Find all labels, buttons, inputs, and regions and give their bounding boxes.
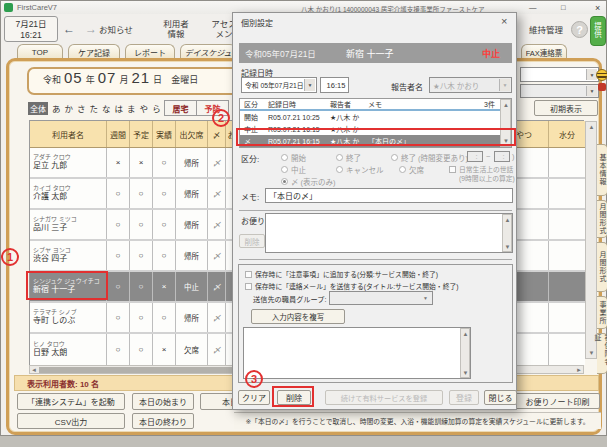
side-tab-insurance-card[interactable]: 被保険者証 xyxy=(597,333,607,374)
tab-care-record[interactable]: ケア記録 xyxy=(68,44,120,59)
initial-display-button[interactable]: 初期表示 xyxy=(534,100,598,116)
radio-icon[interactable] xyxy=(281,166,288,173)
current-datetime: 7月21日 16:21 xyxy=(4,16,58,42)
kana-na[interactable]: な xyxy=(102,102,112,114)
scroll-left-icon[interactable]: ◄ xyxy=(30,366,38,373)
reporter-dropdown: ★八木 かおり ▼ xyxy=(429,77,512,93)
reporter-label: 報告者名 xyxy=(391,81,423,92)
minimize-icon[interactable]: — xyxy=(529,3,537,12)
checkbox-daily-care-note: (9時間以上の算定) xyxy=(459,173,515,183)
tab-report[interactable]: レポート xyxy=(125,44,175,59)
tab-fax[interactable]: FAX連絡票 xyxy=(521,44,567,59)
send-group-dropdown[interactable]: ▼ xyxy=(329,291,433,305)
chevron-down-icon[interactable]: ▼ xyxy=(420,293,431,303)
chevron-down-icon[interactable]: ▼ xyxy=(304,79,315,91)
right-dropdown-2[interactable]: ▼ xyxy=(520,84,599,98)
weekday: 金曜日 xyxy=(171,73,198,86)
csv-export-button[interactable]: CSV出力 xyxy=(17,413,125,429)
scroll-down-icon[interactable]: ▼ xyxy=(504,243,511,250)
dialog-close-button[interactable]: 閉じる xyxy=(484,390,517,405)
annotation-circle-3: 3 xyxy=(245,370,263,388)
status-bar: ※「本日の〆」を行うことで取消し、時間の変更、入浴・機能訓練加算の算定を実績スケ… xyxy=(234,412,601,429)
radio-icon[interactable] xyxy=(391,154,398,161)
scroll-down-icon[interactable]: ▼ xyxy=(462,369,469,376)
filter-all[interactable]: 全体 xyxy=(28,102,48,115)
user-count-text: 表示利用者数: 10 名 xyxy=(27,378,99,389)
dialog-title: 個別設定 xyxy=(241,17,273,28)
back-arrow-icon[interactable]: ← xyxy=(63,23,75,37)
dialog-header-bar: 令和05年07月21日 新宿 十一子 中止 xyxy=(239,43,512,63)
radio-icon[interactable] xyxy=(281,154,288,161)
chevron-down-icon: ▼ xyxy=(586,86,597,96)
radio-end-time-changed: 終了 (時間変更あり) xyxy=(391,152,468,163)
memo-label: メモ: xyxy=(241,191,259,202)
mail-note-print-button[interactable]: お便りノート印刷 xyxy=(515,393,600,409)
bee-mascot-badge xyxy=(598,83,606,91)
mail-label: お便り: xyxy=(241,215,267,226)
record-date-dropdown[interactable]: 令和 05年07月21日 ▼ xyxy=(241,77,317,93)
save-textarea[interactable]: ▲ ▼ xyxy=(243,327,471,379)
dialog-close-icon[interactable]: × xyxy=(501,15,507,27)
scroll-up-icon[interactable]: ▲ xyxy=(462,330,469,337)
close-icon[interactable]: × xyxy=(595,3,600,13)
clear-button[interactable]: クリア xyxy=(238,390,270,405)
radio-cancel: キャンセル xyxy=(336,164,384,175)
scroll-up-icon[interactable]: ▲ xyxy=(587,123,596,131)
log-row[interactable]: 開始 R05.07.21 10:25 ★八木 か xyxy=(240,111,511,123)
radio-shime: 〆 (表示のみ) xyxy=(281,176,336,187)
mail-textarea[interactable]: ▲ ▼ xyxy=(265,213,513,253)
side-tab-office[interactable]: 事業所 xyxy=(597,296,607,329)
checkbox-icon[interactable] xyxy=(245,271,252,278)
day-start-button[interactable]: 本日の始まり xyxy=(132,393,194,410)
kana-ya[interactable]: や xyxy=(140,102,150,114)
copy-input-button[interactable]: 入力内容を複写 xyxy=(251,309,345,324)
maintenance-button[interactable]: 維持管理 xyxy=(529,26,563,36)
provide-button[interactable]: 提供 xyxy=(590,16,606,46)
help-icon[interactable]: ? xyxy=(571,21,588,38)
radio-icon[interactable] xyxy=(399,166,406,173)
user-info-button[interactable]: 利用者情報 xyxy=(151,20,201,40)
radio-icon[interactable] xyxy=(336,166,343,173)
kana-filter: あ か さ た な は ま や ら わ xyxy=(52,102,174,114)
link-system-button[interactable]: 「連携システム」を起動 xyxy=(17,393,125,410)
side-tab-monthly-2[interactable]: 月間形式 xyxy=(597,242,607,292)
toolbar-date: 7月21日 xyxy=(5,19,57,30)
scroll-up-icon[interactable]: ▲ xyxy=(504,216,511,223)
radio-absent: 欠席 xyxy=(399,164,424,175)
right-dropdown-1[interactable]: ▼ xyxy=(520,67,599,82)
tab-top[interactable]: TOP xyxy=(17,44,63,59)
news-button[interactable]: お知らせ xyxy=(99,26,133,36)
memo-input[interactable]: 「本日の〆」 xyxy=(265,188,513,203)
app-title: FirstCareV7 xyxy=(17,3,57,12)
kana-ra[interactable]: ら xyxy=(152,102,162,114)
side-tab-basic-info[interactable]: 基本情報 xyxy=(597,144,607,196)
kana-ka[interactable]: か xyxy=(65,102,75,114)
save-scrollbar[interactable]: ▲ ▼ xyxy=(460,328,470,378)
filter-kyotaku[interactable]: 居宅 xyxy=(164,100,197,116)
kana-sa[interactable]: さ xyxy=(77,102,87,114)
scroll-up-icon[interactable]: ▲ xyxy=(502,101,510,109)
scroll-right-icon[interactable]: ► xyxy=(575,366,583,373)
log-header: 区分 記録日時 報告者 メモ 3件 xyxy=(240,99,511,111)
mail-scrollbar[interactable]: ▲ ▼ xyxy=(502,214,512,252)
radio-icon-selected[interactable] xyxy=(281,178,288,185)
dialog-header-status: 中止 xyxy=(482,47,500,60)
forward-arrow-icon[interactable]: → xyxy=(85,23,97,37)
day-end-button[interactable]: 本日の終わり xyxy=(132,413,194,429)
checkbox-icon[interactable] xyxy=(245,283,252,290)
checkbox-icon[interactable] xyxy=(449,166,456,173)
kana-ta[interactable]: た xyxy=(90,102,100,114)
radio-icon[interactable] xyxy=(336,154,343,161)
record-time-input[interactable]: 16:15 xyxy=(320,77,349,93)
side-tab-monthly-1[interactable]: 月間形式 xyxy=(597,200,607,238)
kana-ma[interactable]: ま xyxy=(127,102,137,114)
individual-settings-dialog: 個別設定 × 令和05年07月21日 新宿 十一子 中止 記録日時 令和 05年… xyxy=(232,12,517,410)
tab-day-schedule[interactable]: デイスケジュ xyxy=(180,44,236,59)
kana-ha[interactable]: は xyxy=(115,102,125,114)
vertical-scrollbar[interactable]: ▲ ▼ xyxy=(585,121,597,359)
dialog-header-date: 令和05年07月21日 xyxy=(245,47,316,59)
maximize-icon[interactable]: □ xyxy=(561,3,566,12)
time-tilde: ~ xyxy=(486,152,490,161)
time-from-input: : xyxy=(467,151,483,162)
kana-a[interactable]: あ xyxy=(52,102,62,114)
